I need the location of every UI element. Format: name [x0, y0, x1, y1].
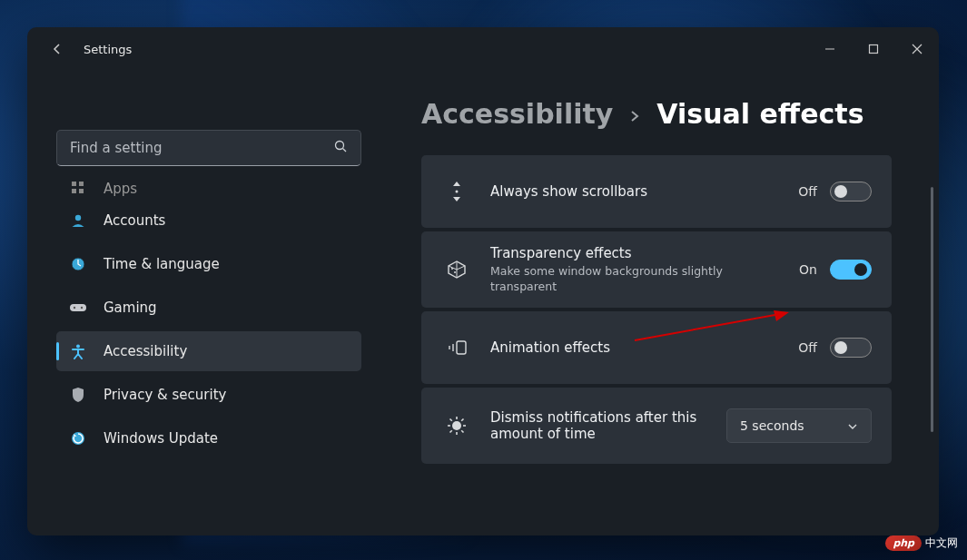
app-title: Settings — [84, 43, 132, 56]
maximize-button[interactable] — [852, 27, 895, 71]
breadcrumb-parent[interactable]: Accessibility — [421, 98, 613, 130]
svg-line-29 — [450, 430, 452, 432]
sidebar-item-label: Accessibility — [104, 343, 187, 359]
setting-animation: Animation effects Off — [421, 311, 892, 384]
dropdown-value: 5 seconds — [740, 418, 804, 433]
titlebar: Settings — [27, 27, 939, 71]
svg-line-28 — [461, 430, 463, 432]
svg-point-17 — [451, 268, 453, 270]
nav: Apps Accounts Time & language — [56, 177, 361, 458]
sidebar-item-label: Accounts — [104, 212, 165, 229]
scrollbars-icon — [441, 180, 472, 203]
sidebar-item-accounts[interactable]: Accounts — [56, 201, 361, 241]
accessibility-icon — [69, 342, 87, 360]
watermark-text: 中文网 — [925, 535, 958, 551]
search-icon — [334, 140, 348, 156]
sidebar-item-label: Apps — [104, 181, 137, 197]
toggle-state-label: Off — [798, 184, 817, 199]
svg-rect-1 — [870, 45, 878, 54]
scrollbars-toggle[interactable] — [830, 182, 872, 201]
breadcrumb-current: Visual effects — [656, 98, 863, 130]
svg-line-27 — [450, 419, 452, 421]
svg-line-30 — [461, 419, 463, 421]
content: Accessibility Visual effects Always show… — [380, 71, 939, 535]
watermark: php 中文网 — [885, 535, 958, 551]
time-language-icon — [69, 255, 87, 273]
back-button[interactable] — [47, 42, 67, 56]
sidebar-item-gaming[interactable]: Gaming — [56, 288, 361, 328]
scrollbar[interactable] — [931, 187, 933, 432]
window-controls — [808, 27, 939, 71]
minimize-button[interactable] — [808, 27, 852, 71]
dismiss-timeout-dropdown[interactable]: 5 seconds — [726, 408, 872, 443]
setting-scrollbars: Always show scrollbars Off — [421, 155, 892, 228]
svg-point-22 — [452, 421, 461, 430]
svg-point-8 — [75, 215, 81, 221]
windows-update-icon — [69, 429, 87, 447]
apps-icon — [69, 179, 87, 197]
search-placeholder: Find a setting — [70, 140, 334, 156]
sidebar-item-label: Privacy & security — [104, 387, 226, 403]
search-input[interactable]: Find a setting — [56, 130, 361, 166]
sidebar-item-label: Time & language — [104, 256, 220, 272]
breadcrumb: Accessibility Visual effects — [421, 98, 917, 130]
animation-toggle[interactable] — [830, 338, 872, 358]
svg-point-14 — [76, 345, 80, 349]
accounts-icon — [69, 211, 87, 230]
sidebar-item-time-language[interactable]: Time & language — [56, 244, 361, 284]
svg-point-12 — [74, 307, 75, 309]
setting-dismiss-notifications: Dismiss notifications after this amount … — [421, 388, 892, 464]
chevron-down-icon — [847, 418, 858, 433]
svg-rect-6 — [72, 189, 76, 193]
svg-point-16 — [456, 191, 459, 193]
setting-transparency: Transparency effects Make some window ba… — [421, 231, 892, 308]
sidebar-item-label: Windows Update — [104, 430, 218, 447]
svg-rect-19 — [457, 341, 466, 354]
sidebar-item-privacy-security[interactable]: Privacy & security — [56, 375, 361, 415]
sidebar-item-apps[interactable]: Apps — [56, 177, 361, 197]
svg-rect-4 — [72, 182, 76, 186]
privacy-security-icon — [69, 386, 87, 404]
toggle-state-label: Off — [798, 340, 817, 355]
setting-title: Always show scrollbars — [490, 183, 780, 200]
setting-title: Animation effects — [490, 339, 780, 356]
svg-rect-11 — [70, 304, 86, 311]
sidebar-item-label: Gaming — [104, 300, 157, 316]
svg-point-18 — [454, 271, 456, 273]
svg-point-2 — [336, 142, 344, 150]
animation-icon — [441, 339, 472, 356]
setting-title: Transparency effects — [490, 245, 781, 261]
svg-rect-7 — [79, 189, 84, 193]
svg-rect-5 — [79, 182, 84, 186]
dismiss-notifications-icon — [441, 415, 472, 437]
svg-point-13 — [81, 307, 83, 309]
sidebar-item-accessibility[interactable]: Accessibility — [56, 331, 361, 371]
setting-title: Dismiss notifications after this amount … — [490, 409, 708, 442]
transparency-icon — [441, 259, 472, 280]
svg-line-3 — [343, 149, 347, 152]
sidebar-item-windows-update[interactable]: Windows Update — [56, 418, 361, 458]
settings-list: Always show scrollbars Off Transparency … — [421, 155, 917, 464]
toggle-state-label: On — [799, 262, 817, 277]
sidebar: Find a setting Apps Accounts — [27, 71, 380, 535]
close-button[interactable] — [895, 27, 939, 71]
watermark-badge: php — [885, 535, 922, 551]
settings-window: Settings Find a setting — [27, 27, 939, 535]
transparency-toggle[interactable] — [830, 260, 872, 280]
gaming-icon — [69, 299, 87, 317]
setting-subtitle: Make some window backgrounds slightly tr… — [490, 263, 726, 295]
chevron-right-icon — [629, 108, 640, 127]
